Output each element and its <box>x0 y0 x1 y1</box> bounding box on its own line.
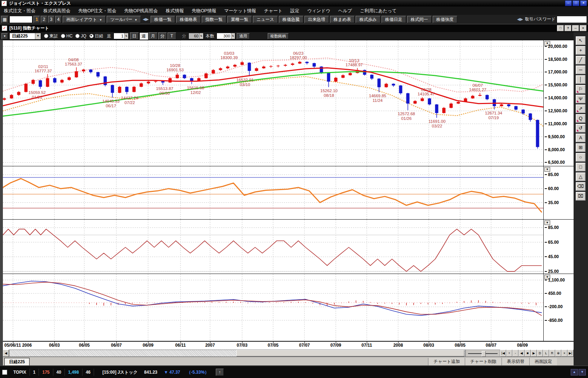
status-arrow-button[interactable]: ▲ <box>571 369 578 375</box>
menu-item[interactable]: チャート <box>260 7 286 15</box>
chart-window-control-button[interactable]: ─ <box>572 25 579 31</box>
trendline-icon[interactable]: ╱ <box>576 56 585 64</box>
toolbar-button[interactable]: 株式同一 <box>407 16 432 23</box>
erase-all-icon[interactable]: ⌧ <box>576 192 585 201</box>
grid-icon[interactable]: ⊞ <box>576 143 585 152</box>
toolbar-menu-button[interactable]: ツールバー▼ <box>107 16 141 23</box>
pattern-icon[interactable]: ⇗ <box>576 104 585 113</box>
ashi-input[interactable]: 1 ⇅ <box>113 33 129 39</box>
window-control-button[interactable]: □ <box>573 0 579 6</box>
eraser-icon[interactable]: ⌫ <box>576 182 585 191</box>
toolbar-button[interactable]: 株まめ表 <box>330 16 355 23</box>
scroll-tool-button[interactable]: ◀ <box>518 350 525 357</box>
period-button-週[interactable]: 週 <box>139 32 148 40</box>
screen-layout-button[interactable]: 画面レイアウト▼ <box>63 16 106 23</box>
chart-action-button[interactable]: チャート削除 <box>465 358 502 366</box>
fan-icon[interactable]: Ψ <box>576 95 585 103</box>
plot-main[interactable]: 15059.5201/2102/1116777.3704/0817563.371… <box>3 40 544 166</box>
crosshair-icon[interactable]: + <box>576 46 585 55</box>
chart-window-control-button[interactable]: □ <box>557 25 564 31</box>
period-button-日[interactable]: 日 <box>130 32 139 40</box>
market-radio[interactable]: HC <box>59 33 74 39</box>
scroll-tool-button[interactable]: R <box>549 350 555 357</box>
menu-item[interactable]: ご利用にあたって <box>356 7 401 15</box>
toolbar-button[interactable]: 株式歩み <box>356 16 380 23</box>
ellipse-icon[interactable]: ○ <box>576 153 585 162</box>
menu-item[interactable]: 株式残高照会 <box>40 7 75 15</box>
menu-item[interactable]: 先物OP残高照会 <box>120 7 162 15</box>
menu-item[interactable]: 株式情報 <box>162 7 188 15</box>
menu-item[interactable]: 先物OP情報 <box>188 7 220 15</box>
tab-nikkei225[interactable]: 日経225 <box>4 358 30 366</box>
toolbar-button[interactable]: 株価格表 <box>176 16 201 23</box>
toolbar-button[interactable]: 業種一覧 <box>227 16 252 23</box>
toolbar-button[interactable]: 株価日足 <box>382 16 406 23</box>
splitter-icon[interactable]: ◀▶ <box>516 17 524 22</box>
text-icon[interactable]: A <box>576 134 585 142</box>
chevron-down-icon[interactable]: ▼ <box>35 33 41 39</box>
market-index-label[interactable]: TOPIX <box>10 369 30 376</box>
multi-symbol-button[interactable]: 複数銘柄 <box>268 33 289 39</box>
splitter-icon[interactable]: ◀▶ <box>142 17 150 22</box>
market-radio[interactable]: 日経 <box>88 33 105 39</box>
scroll-tool-button[interactable]: ▶| <box>567 350 574 357</box>
cursor-icon[interactable]: ↖ <box>576 36 585 45</box>
scrollbar-track[interactable] <box>9 350 466 357</box>
scroll-tool-button[interactable]: × <box>561 350 567 357</box>
chart-window-control-button[interactable]: × <box>580 25 587 31</box>
plot-rsi[interactable] <box>3 166 544 219</box>
period-button-T[interactable]: T <box>168 32 176 40</box>
chart-action-button[interactable]: チャート追加 <box>428 358 465 366</box>
menu-item[interactable]: ヘルプ <box>334 7 356 15</box>
menu-item[interactable]: 株式注文・照会 <box>0 7 40 15</box>
cycle-icon[interactable]: ↺ <box>576 124 585 132</box>
toolbar-button[interactable]: 指数一覧 <box>202 16 226 23</box>
scrollbar-thumb[interactable] <box>236 350 464 356</box>
quick-code-input[interactable] <box>9 16 32 23</box>
hline-icon[interactable]: ─ <box>576 66 585 74</box>
spinner-icon[interactable]: ⇅ <box>124 33 128 39</box>
status-arrow-button[interactable]: ▼ <box>579 369 586 375</box>
slider-knob[interactable] <box>482 351 486 357</box>
status-checkbox[interactable] <box>2 370 7 375</box>
chart-window-control-button[interactable]: ? <box>565 25 571 31</box>
period-button-分[interactable]: 分 <box>158 32 167 40</box>
spinner-icon[interactable]: ⇅ <box>231 33 235 39</box>
plot-psych[interactable] <box>3 220 544 274</box>
password-input[interactable] <box>557 16 587 23</box>
scroll-tool-button[interactable]: + <box>506 350 512 357</box>
layout-icon[interactable]: ▦ <box>1 16 8 23</box>
apply-button[interactable]: 適用 <box>237 33 250 39</box>
scroll-tool-button[interactable]: ⊕ <box>555 350 561 357</box>
layout-preset-button[interactable]: 2 <box>41 16 47 23</box>
scroll-tool-button[interactable]: - <box>512 350 518 357</box>
plot-macd[interactable] <box>3 274 544 341</box>
rect-icon[interactable]: □ <box>576 163 585 171</box>
symbol-combo[interactable]: 日経225 ▼ <box>9 33 41 40</box>
triangle-icon[interactable]: △ <box>576 172 585 181</box>
market-radio[interactable]: 東証 <box>43 33 59 39</box>
collapse-up-button[interactable]: ↑ <box>216 369 224 376</box>
menu-item[interactable]: ウィンドウ <box>303 7 334 15</box>
quote-list-icon[interactable]: Q <box>576 114 585 123</box>
toolbar-button[interactable]: 出来急増 <box>304 16 329 23</box>
scroll-tool-button[interactable]: L <box>543 350 549 357</box>
window-control-button[interactable]: ─ <box>565 0 572 6</box>
layout-preset-button[interactable]: 4 <box>55 16 62 23</box>
scroll-tool-button[interactable]: ▶ <box>531 350 537 357</box>
vline-icon[interactable]: │ <box>576 75 585 84</box>
panel-dropdown-button[interactable]: ▼ <box>544 167 550 172</box>
scroll-left-button[interactable]: ◀ <box>3 350 9 357</box>
scroll-tool-button[interactable]: D <box>537 350 543 357</box>
toolbar-button[interactable]: 株価急騰 <box>279 16 303 23</box>
symbol-menu-button[interactable]: ▼ <box>1 33 8 39</box>
period-button-月[interactable]: 月 <box>149 32 157 40</box>
layout-preset-button[interactable]: 1 <box>34 16 40 23</box>
scroll-tool-button[interactable]: ■ <box>525 350 531 357</box>
scroll-tool-button[interactable]: |◀ <box>500 350 506 357</box>
menu-item[interactable]: 先物OP注文・照会 <box>75 7 121 15</box>
market-radio[interactable]: JQ <box>74 33 88 39</box>
chart-action-button[interactable]: 表示切替 <box>502 358 529 366</box>
zoom-slider[interactable] <box>466 350 500 357</box>
menu-item[interactable]: 設定 <box>286 7 303 15</box>
